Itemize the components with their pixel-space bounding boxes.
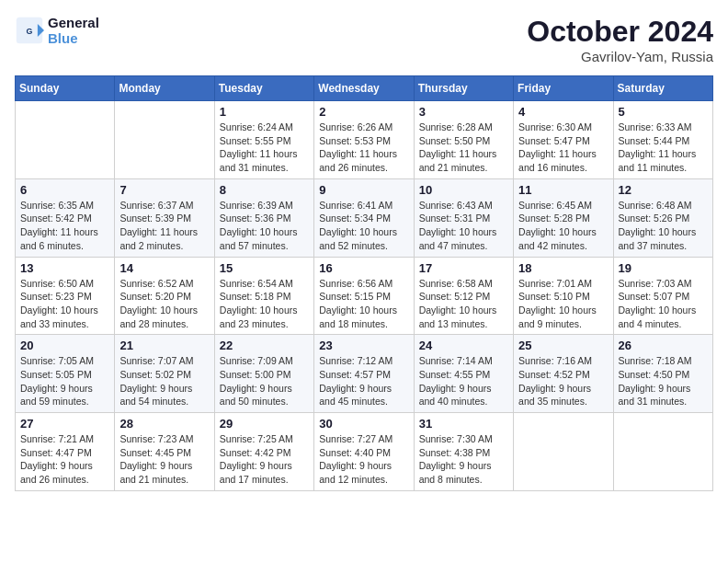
- calendar-week-1: 1Sunrise: 6:24 AMSunset: 5:55 PMDaylight…: [16, 101, 713, 179]
- calendar-cell: 21Sunrise: 7:07 AMSunset: 5:02 PMDayligh…: [115, 335, 214, 413]
- day-number: 24: [419, 339, 508, 352]
- day-detail: Sunrise: 7:03 AMSunset: 5:07 PMDaylight:…: [619, 277, 708, 331]
- day-detail: Sunrise: 6:30 AMSunset: 5:47 PMDaylight:…: [518, 121, 608, 175]
- calendar-cell: 15Sunrise: 6:54 AMSunset: 5:18 PMDayligh…: [214, 257, 313, 335]
- calendar-week-4: 20Sunrise: 7:05 AMSunset: 5:05 PMDayligh…: [16, 335, 713, 413]
- day-number: 28: [119, 417, 209, 431]
- day-number: 9: [319, 183, 408, 197]
- day-detail: Sunrise: 7:16 AMSunset: 4:52 PMDaylight:…: [518, 354, 608, 408]
- day-number: 7: [119, 183, 209, 197]
- calendar-cell: 24Sunrise: 7:14 AMSunset: 4:55 PMDayligh…: [414, 335, 513, 413]
- day-number: 20: [20, 339, 109, 352]
- day-detail: Sunrise: 7:27 AMSunset: 4:40 PMDaylight:…: [319, 432, 408, 487]
- day-number: 22: [220, 339, 309, 352]
- day-number: 21: [119, 339, 209, 352]
- calendar-cell: 19Sunrise: 7:03 AMSunset: 5:07 PMDayligh…: [613, 257, 712, 335]
- calendar-cell: 10Sunrise: 6:43 AMSunset: 5:31 PMDayligh…: [414, 178, 513, 257]
- weekday-header-sunday: Sunday: [16, 76, 115, 101]
- day-number: 27: [20, 417, 109, 431]
- day-detail: Sunrise: 6:35 AMSunset: 5:42 PMDaylight:…: [20, 199, 109, 253]
- calendar-cell: 18Sunrise: 7:01 AMSunset: 5:10 PMDayligh…: [514, 257, 613, 335]
- day-detail: Sunrise: 6:48 AMSunset: 5:26 PMDaylight:…: [619, 199, 708, 253]
- day-detail: Sunrise: 6:52 AMSunset: 5:20 PMDaylight:…: [119, 277, 209, 331]
- day-number: 23: [319, 339, 408, 352]
- calendar-cell: 1Sunrise: 6:24 AMSunset: 5:55 PMDaylight…: [214, 101, 313, 179]
- day-detail: Sunrise: 6:54 AMSunset: 5:18 PMDaylight:…: [220, 277, 309, 331]
- day-number: 31: [419, 417, 508, 431]
- weekday-header-friday: Friday: [514, 76, 613, 101]
- day-detail: Sunrise: 6:58 AMSunset: 5:12 PMDaylight:…: [419, 277, 508, 331]
- weekday-header-row: SundayMondayTuesdayWednesdayThursdayFrid…: [16, 76, 713, 101]
- calendar-cell: [514, 413, 613, 491]
- location: Gavrilov-Yam, Russia: [527, 49, 713, 64]
- calendar-cell: 29Sunrise: 7:25 AMSunset: 4:42 PMDayligh…: [214, 413, 313, 491]
- day-number: 16: [319, 261, 408, 275]
- title-block: October 2024 Gavrilov-Yam, Russia: [527, 15, 713, 64]
- weekday-header-saturday: Saturday: [613, 76, 712, 101]
- weekday-header-monday: Monday: [115, 76, 214, 101]
- calendar-cell: 8Sunrise: 6:39 AMSunset: 5:36 PMDaylight…: [214, 178, 313, 257]
- page-header: G General Blue October 2024 Gavrilov-Yam…: [15, 15, 713, 64]
- calendar-cell: [16, 101, 115, 179]
- day-number: 12: [619, 183, 708, 197]
- day-detail: Sunrise: 6:33 AMSunset: 5:44 PMDaylight:…: [619, 121, 708, 175]
- day-number: 30: [319, 417, 408, 431]
- calendar-cell: 27Sunrise: 7:21 AMSunset: 4:47 PMDayligh…: [16, 413, 115, 491]
- weekday-header-tuesday: Tuesday: [214, 76, 313, 101]
- day-number: 1: [220, 105, 309, 119]
- calendar-week-3: 13Sunrise: 6:50 AMSunset: 5:23 PMDayligh…: [16, 257, 713, 335]
- day-detail: Sunrise: 6:45 AMSunset: 5:28 PMDaylight:…: [518, 199, 608, 253]
- day-number: 8: [220, 183, 309, 197]
- calendar-cell: [115, 101, 214, 179]
- calendar-table: SundayMondayTuesdayWednesdayThursdayFrid…: [15, 75, 713, 491]
- day-detail: Sunrise: 6:43 AMSunset: 5:31 PMDaylight:…: [419, 199, 508, 253]
- month-title: October 2024: [527, 15, 713, 49]
- calendar-week-5: 27Sunrise: 7:21 AMSunset: 4:47 PMDayligh…: [16, 413, 713, 491]
- day-number: 19: [619, 261, 708, 275]
- day-number: 17: [419, 261, 508, 275]
- calendar-cell: 23Sunrise: 7:12 AMSunset: 4:57 PMDayligh…: [314, 335, 414, 413]
- day-number: 13: [20, 261, 109, 275]
- day-number: 18: [518, 261, 608, 275]
- calendar-cell: 17Sunrise: 6:58 AMSunset: 5:12 PMDayligh…: [414, 257, 513, 335]
- day-detail: Sunrise: 7:05 AMSunset: 5:05 PMDaylight:…: [20, 354, 109, 408]
- day-detail: Sunrise: 6:41 AMSunset: 5:34 PMDaylight:…: [319, 199, 408, 253]
- day-detail: Sunrise: 7:01 AMSunset: 5:10 PMDaylight:…: [518, 277, 608, 331]
- day-detail: Sunrise: 7:30 AMSunset: 4:38 PMDaylight:…: [419, 432, 508, 487]
- calendar-cell: 4Sunrise: 6:30 AMSunset: 5:47 PMDaylight…: [514, 101, 613, 179]
- day-detail: Sunrise: 7:12 AMSunset: 4:57 PMDaylight:…: [319, 354, 408, 408]
- day-detail: Sunrise: 6:50 AMSunset: 5:23 PMDaylight:…: [20, 277, 109, 331]
- day-detail: Sunrise: 7:18 AMSunset: 4:50 PMDaylight:…: [619, 354, 708, 408]
- calendar-cell: 3Sunrise: 6:28 AMSunset: 5:50 PMDaylight…: [414, 101, 513, 179]
- day-number: 4: [518, 105, 608, 119]
- calendar-cell: 7Sunrise: 6:37 AMSunset: 5:39 PMDaylight…: [115, 178, 214, 257]
- day-detail: Sunrise: 7:25 AMSunset: 4:42 PMDaylight:…: [220, 432, 309, 487]
- day-number: 6: [20, 183, 109, 197]
- calendar-cell: 14Sunrise: 6:52 AMSunset: 5:20 PMDayligh…: [115, 257, 214, 335]
- day-detail: Sunrise: 7:21 AMSunset: 4:47 PMDaylight:…: [20, 432, 109, 487]
- calendar-cell: 12Sunrise: 6:48 AMSunset: 5:26 PMDayligh…: [613, 178, 712, 257]
- day-detail: Sunrise: 6:24 AMSunset: 5:55 PMDaylight:…: [220, 121, 309, 175]
- day-detail: Sunrise: 6:26 AMSunset: 5:53 PMDaylight:…: [319, 121, 408, 175]
- day-number: 2: [319, 105, 408, 119]
- logo: G General Blue: [15, 15, 99, 46]
- day-number: 14: [119, 261, 209, 275]
- calendar-cell: 25Sunrise: 7:16 AMSunset: 4:52 PMDayligh…: [514, 335, 613, 413]
- calendar-cell: 22Sunrise: 7:09 AMSunset: 5:00 PMDayligh…: [214, 335, 313, 413]
- calendar-cell: 11Sunrise: 6:45 AMSunset: 5:28 PMDayligh…: [514, 178, 613, 257]
- calendar-cell: 6Sunrise: 6:35 AMSunset: 5:42 PMDaylight…: [16, 178, 115, 257]
- svg-text:G: G: [27, 27, 33, 36]
- day-detail: Sunrise: 7:07 AMSunset: 5:02 PMDaylight:…: [119, 354, 209, 408]
- day-detail: Sunrise: 6:28 AMSunset: 5:50 PMDaylight:…: [419, 121, 508, 175]
- day-number: 3: [419, 105, 508, 119]
- calendar-week-2: 6Sunrise: 6:35 AMSunset: 5:42 PMDaylight…: [16, 178, 713, 257]
- day-number: 5: [619, 105, 708, 119]
- day-detail: Sunrise: 6:39 AMSunset: 5:36 PMDaylight:…: [220, 199, 309, 253]
- day-number: 26: [619, 339, 708, 352]
- logo-icon: G: [15, 16, 44, 45]
- logo-text: General Blue: [48, 15, 99, 46]
- day-detail: Sunrise: 7:14 AMSunset: 4:55 PMDaylight:…: [419, 354, 508, 408]
- calendar-cell: 20Sunrise: 7:05 AMSunset: 5:05 PMDayligh…: [16, 335, 115, 413]
- calendar-cell: 28Sunrise: 7:23 AMSunset: 4:45 PMDayligh…: [115, 413, 214, 491]
- day-number: 11: [518, 183, 608, 197]
